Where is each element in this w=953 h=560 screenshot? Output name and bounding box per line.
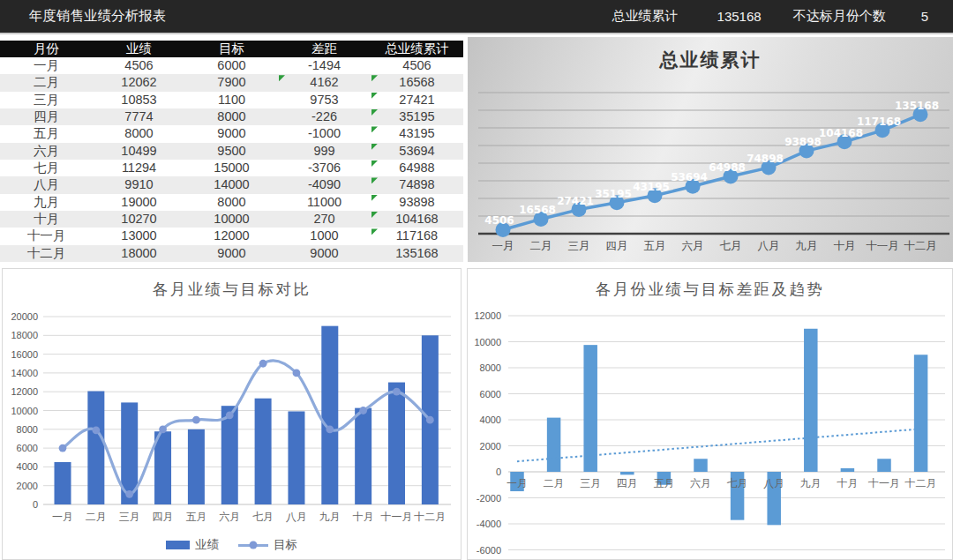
data-label: 93898 xyxy=(784,136,822,148)
table-row: 二月120627900416216568 xyxy=(0,74,463,91)
data-label: 74898 xyxy=(747,153,784,165)
cell-gap[interactable]: -4090 xyxy=(278,176,371,193)
cell-target[interactable]: 15000 xyxy=(185,160,278,176)
cell-cum[interactable]: 16568 xyxy=(371,74,463,91)
table-row: 三月108531100975327421 xyxy=(0,92,463,108)
cell-target[interactable]: 8000 xyxy=(185,194,278,211)
header-divider xyxy=(0,33,953,34)
performance-bar xyxy=(255,399,272,504)
cell-target[interactable]: 12000 xyxy=(185,228,278,244)
x-tick-label: 十月 xyxy=(353,511,374,523)
cell-perf[interactable]: 10853 xyxy=(93,92,185,108)
cell-target[interactable]: 9000 xyxy=(185,125,278,142)
performance-bar xyxy=(388,383,405,504)
cell-cum[interactable]: 4506 xyxy=(371,57,463,74)
x-tick-label: 七月 xyxy=(720,240,742,252)
cell-gap[interactable]: 9753 xyxy=(278,92,371,108)
cell-month[interactable]: 十一月 xyxy=(0,228,93,244)
x-tick-label: 十二月 xyxy=(904,240,937,252)
chart-cumulative-line[interactable]: 4506165682742135195431955369464988748989… xyxy=(468,37,953,262)
x-tick-label: 六月 xyxy=(690,477,711,489)
cell-month[interactable]: 四月 xyxy=(0,108,93,125)
x-tick-label: 一月 xyxy=(507,477,528,489)
table-row: 九月1900080001100093898 xyxy=(0,194,463,211)
cell-perf[interactable]: 4506 xyxy=(93,57,185,74)
cell-target[interactable]: 6000 xyxy=(185,57,278,74)
gap-bar xyxy=(547,418,561,472)
cell-target[interactable]: 9000 xyxy=(185,245,278,262)
cell-month[interactable]: 五月 xyxy=(0,125,93,142)
cell-month[interactable]: 七月 xyxy=(0,160,93,176)
x-tick-label: 六月 xyxy=(219,511,240,523)
y-tick-label: 20000 xyxy=(11,311,38,322)
y-tick-label: 8000 xyxy=(17,424,38,435)
x-tick-label: 十月 xyxy=(837,477,858,489)
x-tick-label: 四月 xyxy=(617,477,638,489)
cell-perf[interactable]: 11294 xyxy=(93,160,185,176)
cell-perf[interactable]: 13000 xyxy=(93,228,185,244)
cell-perf[interactable]: 19000 xyxy=(93,194,185,211)
table-row: 七月1129415000-370664988 xyxy=(0,160,463,176)
cell-month[interactable]: 八月 xyxy=(0,176,93,193)
cell-target[interactable]: 8000 xyxy=(185,108,278,125)
cell-target[interactable]: 9500 xyxy=(185,143,278,160)
cell-month[interactable]: 一月 xyxy=(0,57,93,74)
cell-month[interactable]: 九月 xyxy=(0,194,93,211)
cell-perf[interactable]: 12062 xyxy=(93,74,185,91)
target-data-point xyxy=(226,411,234,419)
cell-month[interactable]: 六月 xyxy=(0,143,93,160)
table-row: 八月991014000-409074898 xyxy=(0,176,463,193)
cell-perf[interactable]: 18000 xyxy=(93,245,185,262)
cell-month[interactable]: 三月 xyxy=(0,92,93,108)
cell-cum[interactable]: 27421 xyxy=(371,92,463,108)
cell-month[interactable]: 十二月 xyxy=(0,245,93,262)
cell-target[interactable]: 10000 xyxy=(185,211,278,228)
cell-cum[interactable]: 74898 xyxy=(371,176,463,193)
cell-gap[interactable]: 9000 xyxy=(278,245,371,262)
y-tick-label: -4000 xyxy=(476,519,501,529)
cell-perf[interactable]: 10499 xyxy=(93,143,185,160)
cell-cum[interactable]: 64988 xyxy=(371,160,463,176)
cell-gap[interactable]: 11000 xyxy=(278,194,371,211)
cell-gap[interactable]: 999 xyxy=(278,143,371,160)
cell-cum[interactable]: 93898 xyxy=(371,194,463,211)
cell-cum[interactable]: 35195 xyxy=(371,108,463,125)
flag-triangle-icon xyxy=(371,144,378,150)
column-header: 月份 xyxy=(0,41,93,57)
chart-perf-vs-target[interactable]: 0200040006000800010000120001400016000180… xyxy=(2,268,461,560)
performance-bar xyxy=(188,429,205,504)
cell-gap[interactable]: -1494 xyxy=(278,57,371,74)
cell-perf[interactable]: 9910 xyxy=(93,176,185,193)
x-tick-label: 七月 xyxy=(252,511,274,523)
report-title: 年度销售业绩分析报表 xyxy=(29,7,166,26)
cell-gap[interactable]: -226 xyxy=(278,108,371,125)
target-series-line xyxy=(63,361,430,495)
cell-gap[interactable]: 1000 xyxy=(278,228,371,244)
cell-target[interactable]: 1100 xyxy=(185,92,278,108)
cell-target[interactable]: 7900 xyxy=(185,74,278,91)
chart-gap-trend[interactable]: -6000-4000-20000200040006000800010000120… xyxy=(467,268,953,560)
cell-cum[interactable]: 135168 xyxy=(371,245,463,262)
cell-perf[interactable]: 7774 xyxy=(93,108,185,125)
trend-line xyxy=(517,429,921,461)
data-label: 117168 xyxy=(857,116,901,128)
column-header: 目标 xyxy=(185,41,278,57)
y-tick-label: 2000 xyxy=(480,441,501,452)
cell-perf[interactable]: 10270 xyxy=(93,211,185,228)
cell-cum[interactable]: 104168 xyxy=(371,211,463,228)
cell-gap[interactable]: 270 xyxy=(278,211,371,228)
cell-month[interactable]: 十月 xyxy=(0,211,93,228)
cell-cum[interactable]: 53694 xyxy=(371,143,463,160)
cell-cum[interactable]: 117168 xyxy=(371,228,463,244)
cell-month[interactable]: 二月 xyxy=(0,74,93,91)
cell-target[interactable]: 14000 xyxy=(185,176,278,193)
x-tick-label: 二月 xyxy=(530,240,552,252)
legend-line-swatch-icon xyxy=(238,544,268,547)
column-header: 业绩 xyxy=(93,41,185,57)
cell-gap[interactable]: -3706 xyxy=(278,160,371,176)
cell-gap[interactable]: 4162 xyxy=(278,74,371,91)
cell-gap[interactable]: -1000 xyxy=(278,125,371,142)
cell-cum[interactable]: 43195 xyxy=(371,125,463,142)
gap-bar xyxy=(804,329,818,472)
cell-perf[interactable]: 8000 xyxy=(93,125,185,142)
